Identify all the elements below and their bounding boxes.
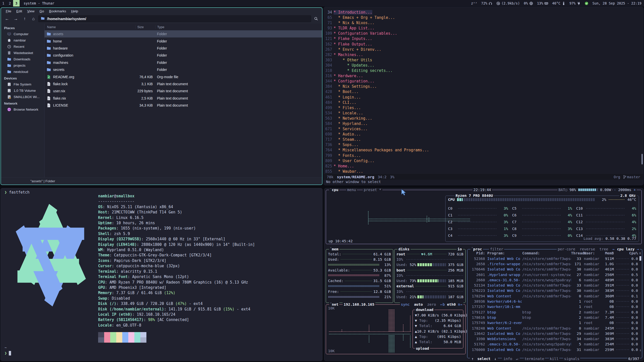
file-row[interactable]: hardwareFolder xyxy=(45,45,322,52)
status-item-clock[interactable]: Sun, 28 Sep 2025 - 22:19 xyxy=(592,1,641,5)
org-headline[interactable]: * Fonts... xyxy=(338,153,361,158)
sidebar-item-computer[interactable]: Computer xyxy=(1,31,44,37)
org-headline[interactable]: * Waubar... xyxy=(338,169,363,174)
sidebar-item-projects[interactable]: projects xyxy=(1,62,44,69)
menu-go[interactable]: Go xyxy=(37,9,46,14)
process-row[interactable]: 2658.firefox-wrappe/nix/store/sm8fmrf3wp… xyxy=(467,261,642,266)
org-headline[interactable]: * Services... xyxy=(338,127,368,131)
sidebar-item-downloads[interactable]: Downloads xyxy=(1,56,44,62)
sidebar-item-file-system[interactable]: File System xyxy=(1,81,44,87)
process-row[interactable]: 176000Isolated Web Co/nix/store/sm8fmrf3… xyxy=(467,347,642,352)
menu-button[interactable]: menu xyxy=(346,188,357,192)
org-headline[interactable]: * Nix & Nixos... xyxy=(338,21,375,25)
status-item-thermometer[interactable]: 46°C xyxy=(552,1,566,5)
file-row[interactable]: homeFolder xyxy=(45,37,322,44)
path-bar[interactable]: /home/nambiar/system/ xyxy=(38,15,311,22)
process-row[interactable]: 52134Isolated Web Co/nix/store/sm8fmrf3w… xyxy=(467,283,642,288)
sidebar-item-wastebasket[interactable]: Wastebasket xyxy=(1,50,44,56)
status-item-cpu[interactable]: 0% xyxy=(524,1,533,5)
status-item-link[interactable]: (2.9kb/s) xyxy=(496,1,520,5)
org-headline[interactable]: * Flake Inputs... xyxy=(334,36,372,41)
file-row[interactable]: flake.lock3,1 KiBPlain text document xyxy=(45,80,322,87)
file-row[interactable]: assetsFolder xyxy=(45,30,322,37)
file-row[interactable]: configurationFolder xyxy=(45,52,322,59)
up-button[interactable]: ↑ xyxy=(21,15,29,22)
process-row[interactable]: 2601.Hyprland-wrapp/run/current-system/s… xyxy=(467,272,642,277)
org-headline[interactable]: * Flake Output... xyxy=(334,42,372,47)
org-headline[interactable]: * Machines... xyxy=(334,53,363,57)
sidebar-item-nambiar[interactable]: nambiar xyxy=(1,37,44,43)
workspace-button-3[interactable]: 3 xyxy=(13,0,20,7)
org-headline[interactable]: * Emacs + Org + Tangle... xyxy=(338,15,395,20)
file-row[interactable]: flake.nix2,5 KiBPlain text document xyxy=(45,95,322,102)
process-row[interactable]: 3390WebExtensions/nix/store/sm8fmrf3wps4… xyxy=(467,336,642,341)
menu-view[interactable]: View xyxy=(25,9,37,14)
process-row[interactable]: 52368Isolated Web Co/nix/store/sm8fmrf3w… xyxy=(467,256,642,261)
org-headline[interactable]: * Nix Settings... xyxy=(338,84,377,89)
process-row[interactable]: 38936kworker/u64:6-kc1root0B0.0 xyxy=(467,299,642,304)
home-button[interactable]: ⌂ xyxy=(29,15,37,22)
org-headline[interactable]: * CLI... xyxy=(338,100,356,105)
emacs-scrollbar[interactable] xyxy=(641,154,643,164)
org-headline[interactable]: * Updates... xyxy=(347,63,374,68)
org-headline[interactable]: * Files... xyxy=(338,106,361,110)
status-item-check[interactable] xyxy=(585,2,588,5)
org-headline[interactable]: * User Config... xyxy=(338,159,375,163)
org-headline[interactable]: * Hardware... xyxy=(334,74,363,78)
sidebar-item-nextcloud[interactable]: nextcloud xyxy=(1,69,44,75)
workspace-button-1[interactable]: 1 xyxy=(0,0,7,7)
forward-button[interactable]: → xyxy=(12,15,20,22)
file-row[interactable]: README.org76,4 KiBOrg-mode file xyxy=(45,73,322,80)
process-row[interactable]: 178294Web Content/nix/store/sm8fmrf3wps4… xyxy=(467,293,642,299)
file-row[interactable]: LICENSE34,3 KiBPlain text document xyxy=(45,102,322,109)
org-headline[interactable]: * Networking... xyxy=(338,116,372,121)
sidebar-item-browse-network[interactable]: Browse Network xyxy=(1,106,44,113)
process-row[interactable]: 177257kworker/10:1-mm_1root0B0.0 xyxy=(467,304,642,309)
org-headline[interactable]: * Audio... xyxy=(338,132,361,137)
shell-prompt-current[interactable]: ❯ xyxy=(5,351,11,355)
org-headline[interactable]: * Other Utils xyxy=(343,58,372,62)
preset-button[interactable]: preset * xyxy=(363,188,382,192)
sidebar-item-1-0-tb-volume[interactable]: 1,0 TB Volume xyxy=(1,87,44,94)
sidebar-item-smallbox-wi-[interactable]: SMALLBOX Wi... xyxy=(1,94,44,100)
disks-box-tab[interactable]: disks xyxy=(397,247,411,252)
process-row[interactable]: 178248Web Content/nix/store/sm8fmrf3wps4… xyxy=(467,326,642,331)
net-controls[interactable]: sync auto zero ←b eth0 n→ xyxy=(400,302,464,307)
search-button[interactable] xyxy=(312,15,320,22)
process-row[interactable]: 175749kworker/6:2-even1root0B0.0 xyxy=(467,320,642,326)
back-button[interactable]: ← xyxy=(3,15,11,22)
org-headline[interactable]: * Login... xyxy=(338,95,361,100)
workspace-button-2[interactable]: 2 xyxy=(7,0,13,7)
org-headline[interactable]: * Editing secrets... xyxy=(347,68,393,73)
org-headline[interactable]: * Miscellaneous Packages and Programs... xyxy=(338,148,429,152)
process-row[interactable]: 176646Isolated Web Co/nix/store/sm8fmrf3… xyxy=(467,267,642,272)
process-row[interactable]: 13642Isolated Web Co/nix/store/sm8fmrf3w… xyxy=(467,331,642,336)
org-headline[interactable]: * Home... xyxy=(334,164,354,168)
menu-edit[interactable]: Edit xyxy=(14,9,24,14)
menu-bookmarks[interactable]: Bookmarks xyxy=(47,9,68,14)
status-item-plug[interactable]: 97% xyxy=(570,1,581,5)
org-headline[interactable]: * Hyprland... xyxy=(338,121,368,126)
column-name[interactable]: Name xyxy=(45,25,135,29)
cpu-box-tab[interactable]: ¹cpu xyxy=(329,188,339,192)
sidebar-item-recent[interactable]: Recent xyxy=(1,43,44,50)
process-row[interactable]: 179127btopbtop2nambiar7.3M0.0 xyxy=(467,309,642,315)
org-headline[interactable]: * Envrc + Direnv... xyxy=(338,47,381,52)
org-headline[interactable]: * TLDR App List... xyxy=(334,26,375,30)
menu-file[interactable]: File xyxy=(4,9,14,14)
column-type[interactable]: Type xyxy=(155,25,322,29)
file-row[interactable]: user.nix229 bytesPlain text document xyxy=(45,87,322,95)
process-row[interactable]: 178616btopbtop2nambiar7.4M0.0 xyxy=(467,315,642,320)
io-tab[interactable]: io xyxy=(457,247,463,252)
org-headline[interactable]: * Introduction... xyxy=(334,10,372,15)
menu-help[interactable]: Help xyxy=(69,9,80,14)
org-headline[interactable]: * Locale... xyxy=(338,111,363,115)
file-row[interactable]: machinesFolder xyxy=(45,59,322,66)
process-row[interactable]: 176223Isolated Web Co/nix/store/sm8fmrf3… xyxy=(467,288,642,293)
org-headline[interactable]: * Configuration Variables... xyxy=(334,31,397,36)
file-row[interactable]: secretsFolder xyxy=(45,66,322,73)
org-headline[interactable]: * Boot... xyxy=(338,89,358,94)
column-size[interactable]: Size xyxy=(135,25,155,29)
org-headline[interactable]: * Sops... xyxy=(338,143,358,147)
org-headline[interactable]: * Steam... xyxy=(338,137,361,142)
